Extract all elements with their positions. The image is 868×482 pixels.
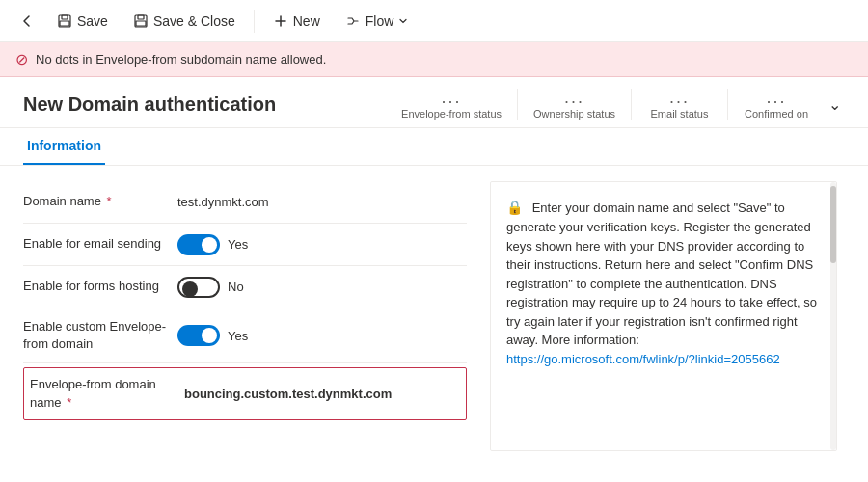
form-row-custom-envelope: Enable custom Envelope-from domain Yes <box>23 308 467 363</box>
envelope-from-label: Envelope-from status <box>401 108 502 120</box>
save-close-button[interactable]: Save & Close <box>122 8 246 35</box>
svg-rect-4 <box>138 15 144 19</box>
main-content: Domain name * test.dynmkt.com Enable for… <box>0 166 868 467</box>
custom-envelope-value: Yes <box>228 329 248 343</box>
save-close-label: Save & Close <box>153 13 235 29</box>
status-envelope-from: ... Envelope-from status <box>386 89 518 120</box>
info-panel: 🔒 Enter your domain name and select "Sav… <box>490 181 837 451</box>
form-row-domain: Domain name * test.dynmkt.com <box>23 181 467 224</box>
forms-hosting-label: Enable for forms hosting <box>23 278 177 295</box>
email-sending-toggle-container: Yes <box>177 234 248 255</box>
email-sending-value: Yes <box>228 237 248 252</box>
envelope-from-dots: ... <box>442 89 462 106</box>
email-sending-toggle[interactable] <box>177 234 220 255</box>
required-star: * <box>107 194 112 208</box>
envelope-domain-value[interactable]: bouncing.custom.test.dynmkt.com <box>184 387 392 401</box>
status-confirmed: ... Confirmed on <box>728 89 825 120</box>
email-status-label: Email status <box>651 108 709 120</box>
back-button[interactable] <box>12 6 42 37</box>
custom-envelope-toggle[interactable] <box>177 325 220 346</box>
toolbar: Save Save & Close New Flow <box>0 0 868 42</box>
custom-envelope-label: Enable custom Envelope-from domain <box>23 318 177 353</box>
domain-name-value[interactable]: test.dynmkt.com <box>177 195 269 209</box>
page-title: New Domain authentication <box>23 94 276 116</box>
new-button[interactable]: New <box>262 8 331 35</box>
domain-name-label: Domain name * <box>23 193 177 210</box>
forms-hosting-toggle[interactable] <box>177 277 220 298</box>
new-label: New <box>293 13 320 29</box>
form-section: Domain name * test.dynmkt.com Enable for… <box>23 181 467 451</box>
flow-chevron-icon <box>398 16 408 26</box>
confirmed-label: Confirmed on <box>745 108 808 120</box>
error-banner: ⊘ No dots in Envelope-from subdomain nam… <box>0 42 868 77</box>
form-row-forms-hosting: Enable for forms hosting No <box>23 266 467 308</box>
info-link[interactable]: https://go.microsoft.com/fwlink/p/?linki… <box>506 352 780 366</box>
scrollbar-thumb[interactable] <box>830 186 836 263</box>
tab-nav: Information <box>0 128 868 166</box>
email-sending-knob <box>202 237 217 253</box>
lock-icon: 🔒 <box>506 200 523 215</box>
save-label: Save <box>77 13 108 29</box>
divider <box>254 10 255 33</box>
form-row-envelope-domain: Envelope-from domain name * bouncing.cus… <box>23 367 467 419</box>
custom-envelope-toggle-container: Yes <box>177 325 248 346</box>
envelope-domain-label: Envelope-from domain name * <box>30 376 184 411</box>
status-ownership: ... Ownership status <box>518 89 632 120</box>
status-indicators: ... Envelope-from status ... Ownership s… <box>386 89 845 120</box>
flow-label: Flow <box>366 13 394 29</box>
svg-rect-2 <box>60 21 69 26</box>
tab-information[interactable]: Information <box>23 128 105 165</box>
email-dots: ... <box>669 89 690 106</box>
save-button[interactable]: Save <box>46 8 119 35</box>
status-email: ... Email status <box>632 89 728 120</box>
form-row-email-sending: Enable for email sending Yes <box>23 224 467 266</box>
envelope-required-star: * <box>67 395 71 410</box>
flow-button[interactable]: Flow <box>335 8 420 35</box>
forms-hosting-knob <box>182 281 198 297</box>
scrollbar-track <box>830 182 836 450</box>
custom-envelope-knob <box>202 328 217 343</box>
forms-hosting-value: No <box>228 280 244 294</box>
email-sending-label: Enable for email sending <box>23 235 177 253</box>
svg-rect-5 <box>136 21 146 26</box>
svg-rect-1 <box>62 15 68 19</box>
error-message: No dots in Envelope-from subdomain name … <box>36 52 326 67</box>
status-collapse-button[interactable]: ⌄ <box>825 92 845 118</box>
ownership-dots: ... <box>564 89 584 106</box>
forms-hosting-toggle-container: No <box>177 277 244 298</box>
error-icon: ⊘ <box>15 50 28 68</box>
info-text: Enter your domain name and select "Save"… <box>506 201 817 366</box>
confirmed-dots: ... <box>766 89 786 106</box>
page-header: New Domain authentication ... Envelope-f… <box>0 77 868 128</box>
ownership-label: Ownership status <box>533 108 615 120</box>
